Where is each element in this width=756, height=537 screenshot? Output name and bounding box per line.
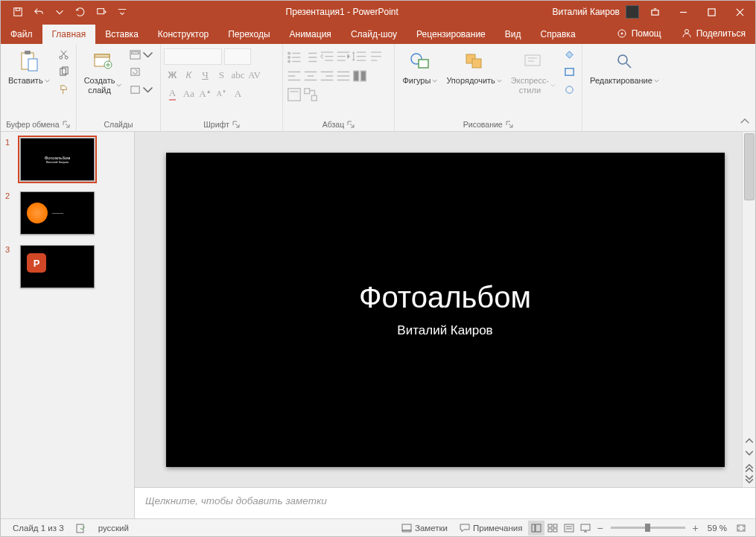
grow-font-button[interactable]: A▲ — [197, 86, 213, 102]
maximize-icon[interactable] — [699, 1, 724, 23]
editing-button[interactable]: Редактирование — [585, 46, 664, 88]
strikethrough-button[interactable]: S — [213, 67, 229, 83]
zoom-out-icon[interactable]: − — [597, 522, 603, 534]
slideshow-view-icon[interactable] — [577, 521, 594, 536]
tab-home[interactable]: Главная — [42, 25, 96, 44]
italic-button[interactable]: К — [180, 67, 197, 83]
tell-me[interactable]: Помощ — [606, 23, 671, 44]
redo-icon[interactable] — [71, 2, 90, 22]
paragraph-launcher-icon[interactable] — [347, 121, 355, 129]
qat-customize-icon[interactable] — [112, 2, 132, 22]
shape-outline-button[interactable] — [562, 64, 577, 80]
tab-help[interactable]: Справка — [530, 25, 585, 44]
scroll-down-icon[interactable] — [743, 448, 755, 460]
numbering-button[interactable] — [302, 49, 319, 66]
slide-canvas[interactable]: Фотоальбом Виталий Каиров — [166, 153, 725, 467]
prev-slide-icon[interactable] — [743, 461, 755, 473]
font-launcher-icon[interactable] — [232, 121, 241, 129]
save-icon[interactable] — [8, 2, 28, 22]
font-size-combo[interactable] — [224, 48, 251, 65]
next-slide-icon[interactable] — [743, 474, 755, 486]
scroll-up-icon[interactable] — [743, 434, 755, 446]
ribbon-display-icon[interactable] — [642, 1, 667, 23]
slide-counter[interactable]: Слайд 1 из 3 — [7, 524, 70, 533]
reset-slide-button[interactable] — [127, 64, 156, 80]
paste-button[interactable]: Вставить — [4, 46, 54, 88]
new-slide-button[interactable]: Создать слайд — [80, 46, 127, 97]
section-button[interactable] — [127, 81, 156, 98]
comments-toggle[interactable]: Примечания — [454, 524, 528, 533]
bullets-button[interactable] — [286, 49, 302, 66]
tab-file[interactable]: Файл — [1, 25, 42, 44]
tab-review[interactable]: Рецензирование — [407, 25, 495, 44]
line-spacing-button[interactable] — [352, 49, 368, 66]
share-button[interactable]: Поделиться — [671, 23, 755, 44]
slide-canvas-viewport[interactable]: Фотоальбом Виталий Каиров — [135, 132, 755, 487]
svg-rect-19 — [132, 52, 139, 54]
undo-dropdown-icon[interactable] — [50, 2, 69, 22]
shadow-button[interactable]: abc — [229, 67, 246, 83]
columns-button[interactable] — [352, 68, 368, 84]
shapes-button[interactable]: Фигуры — [398, 46, 442, 88]
align-text-button[interactable] — [286, 86, 302, 103]
slide-thumb-3[interactable]: 3 P — [20, 245, 128, 288]
decrease-indent-button[interactable] — [319, 49, 335, 66]
reading-view-icon[interactable] — [561, 521, 577, 536]
minimize-icon[interactable] — [670, 1, 696, 23]
shape-effects-button[interactable] — [562, 81, 577, 98]
bold-button[interactable]: Ж — [164, 67, 180, 83]
tab-view[interactable]: Вид — [495, 25, 531, 44]
slide-thumbnail-pane[interactable]: 1 ФотоальбомВиталий Каиров 2 ——— 3 P — [1, 132, 135, 518]
slide-thumb-1[interactable]: 1 ФотоальбомВиталий Каиров — [20, 138, 128, 181]
format-painter-button[interactable] — [56, 81, 72, 98]
spellcheck-icon[interactable] — [70, 523, 92, 533]
tab-animations[interactable]: Анимация — [280, 25, 341, 44]
zoom-slider-knob[interactable] — [645, 524, 650, 532]
tab-design[interactable]: Конструктор — [148, 25, 218, 44]
increase-indent-button[interactable] — [335, 49, 352, 66]
undo-icon[interactable] — [29, 2, 48, 22]
slide-layout-button[interactable] — [127, 47, 156, 63]
tab-slideshow[interactable]: Слайд-шоу — [341, 25, 407, 44]
text-direction-button[interactable] — [368, 49, 384, 66]
change-case-button[interactable]: Aa — [180, 86, 197, 102]
clear-format-button[interactable]: A — [229, 86, 246, 102]
language-indicator[interactable]: русский — [92, 524, 135, 533]
shapes-label: Фигуры — [402, 76, 431, 86]
close-icon[interactable] — [727, 1, 752, 23]
zoom-level[interactable]: 59 % — [702, 524, 733, 533]
shape-fill-button[interactable] — [562, 47, 577, 63]
align-left-button[interactable] — [286, 68, 302, 84]
zoom-slider[interactable] — [611, 527, 685, 529]
font-color-button[interactable]: A — [164, 86, 180, 102]
copy-button[interactable] — [56, 64, 72, 80]
quick-styles-button[interactable]: Экспресс- стили — [506, 46, 560, 97]
slide-sorter-view-icon[interactable] — [544, 521, 561, 536]
vertical-scrollbar[interactable] — [742, 132, 755, 487]
notes-toggle[interactable]: Заметки — [396, 524, 454, 533]
arrange-button[interactable]: Упорядочить — [442, 46, 506, 88]
align-center-button[interactable] — [302, 68, 319, 84]
fit-to-window-icon[interactable] — [733, 521, 749, 536]
justify-button[interactable] — [335, 68, 352, 84]
tab-insert[interactable]: Вставка — [95, 25, 148, 44]
align-right-button[interactable] — [319, 68, 335, 84]
notes-pane[interactable]: Щелкните, чтобы добавить заметки — [135, 487, 755, 518]
collapse-ribbon-icon[interactable] — [739, 116, 751, 128]
zoom-in-icon[interactable]: + — [693, 522, 699, 534]
underline-button[interactable]: Ч — [197, 67, 213, 83]
svg-rect-2 — [98, 9, 104, 14]
drawing-launcher-icon[interactable] — [506, 121, 514, 129]
tab-transitions[interactable]: Переходы — [218, 25, 279, 44]
normal-view-icon[interactable] — [528, 521, 544, 536]
scrollbar-thumb[interactable] — [744, 133, 755, 200]
font-name-combo[interactable] — [164, 48, 222, 65]
user-avatar[interactable] — [626, 5, 639, 19]
smartart-button[interactable] — [302, 86, 319, 103]
start-from-beginning-icon[interactable] — [92, 2, 111, 22]
cut-button[interactable] — [56, 47, 72, 63]
shrink-font-button[interactable]: A▼ — [213, 86, 229, 102]
slide-thumb-2[interactable]: 2 ——— — [20, 191, 128, 235]
clipboard-launcher-icon[interactable] — [63, 121, 71, 129]
char-spacing-button[interactable]: AV — [246, 67, 262, 83]
